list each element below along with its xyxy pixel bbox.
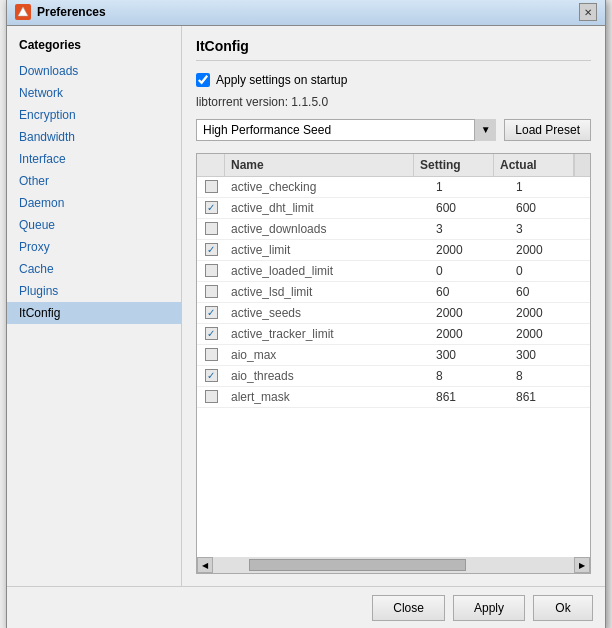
sidebar: Categories Downloads Network Encryption … xyxy=(7,26,182,586)
sidebar-item-ltconfig[interactable]: ItConfig xyxy=(7,302,181,324)
preferences-dialog: Preferences ✕ Categories Downloads Netwo… xyxy=(6,0,606,628)
scroll-left-button[interactable]: ◀ xyxy=(197,557,213,573)
row-name-1: active_dht_limit xyxy=(225,198,430,218)
row-name-3: active_limit xyxy=(225,240,430,260)
row-actual-8: 300 xyxy=(510,345,590,365)
row-name-9: aio_threads xyxy=(225,366,430,386)
row-actual-0: 1 xyxy=(510,177,590,197)
apply-startup-checkbox[interactable] xyxy=(196,73,210,87)
sidebar-item-queue[interactable]: Queue xyxy=(7,214,181,236)
sidebar-item-proxy[interactable]: Proxy xyxy=(7,236,181,258)
close-window-button[interactable]: ✕ xyxy=(579,3,597,21)
row-checkbox-3[interactable]: ✓ xyxy=(205,243,218,256)
row-actual-4: 0 xyxy=(510,261,590,281)
row-check-5 xyxy=(197,282,225,301)
horizontal-scrollbar[interactable]: ◀ ▶ xyxy=(197,557,590,573)
row-check-0 xyxy=(197,177,225,196)
row-name-7: active_tracker_limit xyxy=(225,324,430,344)
sidebar-item-plugins[interactable]: Plugins xyxy=(7,280,181,302)
row-name-2: active_downloads xyxy=(225,219,430,239)
sidebar-item-daemon[interactable]: Daemon xyxy=(7,192,181,214)
col-check xyxy=(197,154,225,176)
row-checkbox-9[interactable]: ✓ xyxy=(205,369,218,382)
row-actual-5: 60 xyxy=(510,282,590,302)
close-button[interactable]: Close xyxy=(372,595,445,621)
scrollbar-header-spacer xyxy=(574,154,590,176)
ok-button[interactable]: Ok xyxy=(533,595,593,621)
row-setting-0: 1 xyxy=(430,177,510,197)
sidebar-item-bandwidth[interactable]: Bandwidth xyxy=(7,126,181,148)
row-checkbox-8[interactable] xyxy=(205,348,218,361)
row-setting-6: 2000 xyxy=(430,303,510,323)
table-row: ✓active_dht_limit600600 xyxy=(197,198,590,219)
row-check-1: ✓ xyxy=(197,198,225,217)
row-check-3: ✓ xyxy=(197,240,225,259)
row-setting-9: 8 xyxy=(430,366,510,386)
row-setting-5: 60 xyxy=(430,282,510,302)
row-name-5: active_lsd_limit xyxy=(225,282,430,302)
dialog-title: Preferences xyxy=(37,5,106,19)
row-check-9: ✓ xyxy=(197,366,225,385)
row-name-4: active_loaded_limit xyxy=(225,261,430,281)
row-name-10: alert_mask xyxy=(225,387,430,407)
row-checkbox-0[interactable] xyxy=(205,180,218,193)
row-actual-10: 861 xyxy=(510,387,590,407)
title-bar-left: Preferences xyxy=(15,4,106,20)
col-name: Name xyxy=(225,154,414,176)
sidebar-item-interface[interactable]: Interface xyxy=(7,148,181,170)
dialog-footer: Close Apply Ok xyxy=(7,586,605,629)
scroll-right-button[interactable]: ▶ xyxy=(574,557,590,573)
table-row: alert_mask861861 xyxy=(197,387,590,408)
app-icon xyxy=(15,4,31,20)
sidebar-item-network[interactable]: Network xyxy=(7,82,181,104)
col-setting: Setting xyxy=(414,154,494,176)
row-setting-10: 861 xyxy=(430,387,510,407)
row-checkbox-4[interactable] xyxy=(205,264,218,277)
row-setting-4: 0 xyxy=(430,261,510,281)
row-checkbox-1[interactable]: ✓ xyxy=(205,201,218,214)
row-setting-3: 2000 xyxy=(430,240,510,260)
row-actual-6: 2000 xyxy=(510,303,590,323)
table-row: ✓aio_threads88 xyxy=(197,366,590,387)
row-checkbox-2[interactable] xyxy=(205,222,218,235)
main-content: ItConfig Apply settings on startup libto… xyxy=(182,26,605,586)
row-checkbox-7[interactable]: ✓ xyxy=(205,327,218,340)
row-setting-7: 2000 xyxy=(430,324,510,344)
horiz-scroll-thumb[interactable] xyxy=(249,559,466,571)
row-check-4 xyxy=(197,261,225,280)
svg-marker-0 xyxy=(18,7,28,16)
preset-select[interactable]: High Performance Seed Default Minimal Me… xyxy=(196,119,496,141)
apply-button[interactable]: Apply xyxy=(453,595,525,621)
title-bar: Preferences ✕ xyxy=(7,0,605,26)
version-text: libtorrent version: 1.1.5.0 xyxy=(196,95,591,109)
row-checkbox-5[interactable] xyxy=(205,285,218,298)
table-row: ✓active_seeds20002000 xyxy=(197,303,590,324)
table-row: ✓active_limit20002000 xyxy=(197,240,590,261)
table-row: ✓active_tracker_limit20002000 xyxy=(197,324,590,345)
settings-table: Name Setting Actual active_checking11✓ac… xyxy=(196,153,591,574)
row-setting-2: 3 xyxy=(430,219,510,239)
apply-startup-label: Apply settings on startup xyxy=(216,73,347,87)
table-body: active_checking11✓active_dht_limit600600… xyxy=(197,177,590,557)
row-actual-3: 2000 xyxy=(510,240,590,260)
table-body-wrapper: active_checking11✓active_dht_limit600600… xyxy=(197,177,590,557)
row-check-7: ✓ xyxy=(197,324,225,343)
table-row: active_downloads33 xyxy=(197,219,590,240)
row-checkbox-10[interactable] xyxy=(205,390,218,403)
row-actual-1: 600 xyxy=(510,198,590,218)
sidebar-item-encryption[interactable]: Encryption xyxy=(7,104,181,126)
table-row: active_lsd_limit6060 xyxy=(197,282,590,303)
horiz-scroll-track[interactable] xyxy=(213,557,574,573)
table-row: active_checking11 xyxy=(197,177,590,198)
row-check-8 xyxy=(197,345,225,364)
dialog-content: Categories Downloads Network Encryption … xyxy=(7,26,605,586)
table-row: aio_max300300 xyxy=(197,345,590,366)
sidebar-item-other[interactable]: Other xyxy=(7,170,181,192)
row-actual-2: 3 xyxy=(510,219,590,239)
sidebar-item-downloads[interactable]: Downloads xyxy=(7,60,181,82)
load-preset-button[interactable]: Load Preset xyxy=(504,119,591,141)
table-row: active_loaded_limit00 xyxy=(197,261,590,282)
sidebar-item-cache[interactable]: Cache xyxy=(7,258,181,280)
row-checkbox-6[interactable]: ✓ xyxy=(205,306,218,319)
preset-row: High Performance Seed Default Minimal Me… xyxy=(196,119,591,141)
